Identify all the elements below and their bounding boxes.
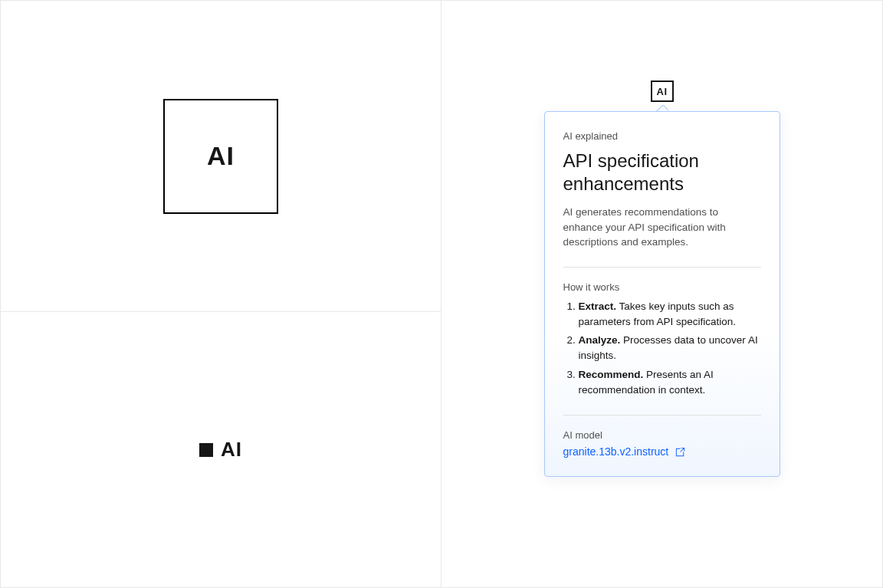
panel-ai-small: AI: [1, 312, 441, 588]
tooltip-card: AI explained API specification enhanceme…: [544, 111, 780, 477]
tooltip-title: API specification enhancements: [563, 149, 761, 195]
ai-model-link[interactable]: granite.13b.v2.instruct: [563, 445, 761, 458]
tooltip-popover: AI explained API specification enhanceme…: [544, 111, 780, 477]
tooltip-caret-icon: [656, 105, 668, 111]
ai-model-label: AI model: [563, 429, 761, 441]
external-link-icon: [675, 446, 686, 458]
how-it-works-list: Extract. Takes key inputs such as parame…: [563, 299, 761, 399]
ai-trigger-button[interactable]: AI: [651, 80, 674, 102]
ai-label-large: AI: [207, 141, 235, 171]
how-it-works-label: How it works: [563, 281, 761, 293]
panel-ai-large: AI: [1, 0, 441, 312]
divider: [563, 267, 761, 268]
step-title: Analyze.: [579, 334, 621, 346]
list-item: Analyze. Processes data to uncover AI in…: [579, 333, 761, 364]
black-square-icon: [199, 443, 213, 457]
step-title: Recommend.: [579, 369, 644, 380]
panel-tooltip: AI AI explained API specification enhanc…: [442, 0, 883, 588]
ai-label-small: AI: [221, 438, 242, 462]
ai-model-name: granite.13b.v2.instruct: [563, 445, 669, 458]
ai-trigger-label: AI: [657, 86, 668, 97]
list-item: Extract. Takes key inputs such as parame…: [579, 299, 761, 330]
step-title: Extract.: [579, 301, 617, 312]
list-item: Recommend. Presents an AI recommendation…: [579, 367, 761, 399]
tooltip-eyebrow: AI explained: [563, 130, 761, 142]
ai-box-large: AI: [163, 99, 278, 214]
divider: [563, 415, 761, 416]
tooltip-description: AI generates recommendations to enhance …: [563, 205, 761, 250]
ai-label-row: AI: [199, 438, 242, 462]
